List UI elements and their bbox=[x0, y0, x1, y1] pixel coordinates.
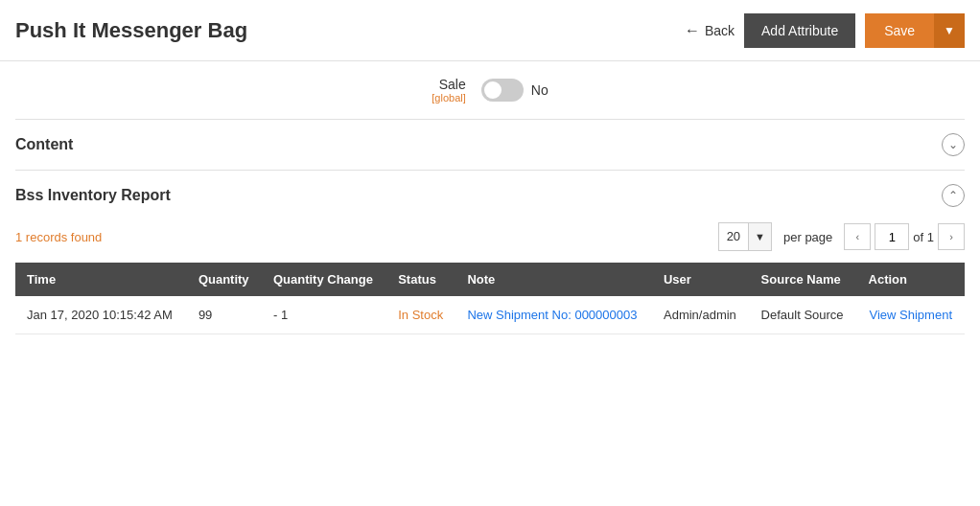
back-link[interactable]: ← Back bbox=[685, 22, 735, 39]
page-input[interactable] bbox=[875, 223, 909, 250]
view-shipment-link[interactable]: View Shipment bbox=[869, 308, 953, 322]
page-title: Push It Messenger Bag bbox=[15, 18, 685, 43]
prev-page-button[interactable]: ‹ bbox=[844, 223, 871, 250]
col-quantity: Quantity bbox=[187, 263, 262, 296]
col-source-name: Source Name bbox=[750, 263, 857, 296]
content-area: Sale [global] No Content ⌄ Bss Inventory… bbox=[0, 61, 980, 334]
table-header-row: Time Quantity Quantity Change Status Not… bbox=[15, 263, 965, 296]
save-button[interactable]: Save bbox=[865, 13, 934, 48]
sale-toggle[interactable] bbox=[481, 79, 524, 102]
sale-label-group: Sale [global] bbox=[432, 77, 465, 104]
cell-source-name: Default Source bbox=[750, 296, 857, 334]
toggle-slider bbox=[481, 79, 524, 102]
col-user: User bbox=[652, 263, 750, 296]
cell-status: In Stock bbox=[386, 296, 455, 334]
page-of-label: of 1 bbox=[913, 230, 934, 244]
inventory-table: Time Quantity Quantity Change Status Not… bbox=[15, 263, 965, 334]
note-link[interactable]: New Shipment No: 000000003 bbox=[467, 308, 637, 322]
per-page-dropdown-arrow[interactable]: ▼ bbox=[748, 223, 771, 250]
col-quantity-change: Quantity Change bbox=[262, 263, 386, 296]
add-attribute-button[interactable]: Add Attribute bbox=[744, 13, 855, 48]
sale-row: Sale [global] No bbox=[15, 61, 965, 119]
table-controls: 1 records found 20 ▼ per page ‹ of 1 › bbox=[15, 222, 965, 251]
sale-global-label: [global] bbox=[432, 92, 465, 104]
table-body: Jan 17, 2020 10:15:42 AM 99 - 1 In Stock… bbox=[15, 296, 965, 334]
page-nav: ‹ of 1 › bbox=[844, 223, 965, 250]
per-page-value: 20 bbox=[719, 222, 748, 251]
per-page-select[interactable]: 20 ▼ bbox=[718, 222, 772, 251]
next-page-button[interactable]: › bbox=[938, 223, 965, 250]
cell-user: Admin/admin bbox=[652, 296, 750, 334]
inventory-section-title: Bss Inventory Report bbox=[15, 187, 171, 204]
cell-note: New Shipment No: 000000003 bbox=[455, 296, 652, 334]
save-dropdown-button[interactable]: ▼ bbox=[934, 13, 965, 48]
col-action: Action bbox=[857, 263, 965, 296]
content-section-title: Content bbox=[15, 136, 73, 153]
toggle-value-label: No bbox=[531, 82, 548, 98]
header-actions: ← Back Add Attribute Save ▼ bbox=[685, 13, 965, 48]
col-note: Note bbox=[455, 263, 652, 296]
table-header: Time Quantity Quantity Change Status Not… bbox=[15, 263, 965, 296]
cell-quantity: 99 bbox=[187, 296, 262, 334]
content-collapse-icon: ⌄ bbox=[942, 133, 965, 156]
records-found: 1 records found bbox=[15, 230, 102, 244]
pagination-controls: 20 ▼ per page ‹ of 1 › bbox=[718, 222, 965, 251]
back-label: Back bbox=[705, 23, 735, 38]
toggle-container: No bbox=[481, 79, 548, 102]
inventory-collapse-icon: ⌃ bbox=[942, 184, 965, 207]
page-header: Push It Messenger Bag ← Back Add Attribu… bbox=[0, 0, 980, 61]
inventory-section-header[interactable]: Bss Inventory Report ⌃ bbox=[15, 184, 965, 207]
content-section-header[interactable]: Content ⌄ bbox=[15, 119, 965, 170]
per-page-label: per page bbox=[778, 230, 838, 244]
sale-label: Sale bbox=[432, 77, 465, 92]
cell-action: View Shipment bbox=[857, 296, 965, 334]
back-arrow-icon: ← bbox=[685, 22, 700, 39]
cell-quantity-change: - 1 bbox=[262, 296, 386, 334]
table-row: Jan 17, 2020 10:15:42 AM 99 - 1 In Stock… bbox=[15, 296, 965, 334]
col-time: Time bbox=[15, 263, 187, 296]
inventory-section: Bss Inventory Report ⌃ 1 records found 2… bbox=[15, 170, 965, 334]
cell-time: Jan 17, 2020 10:15:42 AM bbox=[15, 296, 187, 334]
col-status: Status bbox=[386, 263, 455, 296]
save-button-group: Save ▼ bbox=[865, 13, 965, 48]
